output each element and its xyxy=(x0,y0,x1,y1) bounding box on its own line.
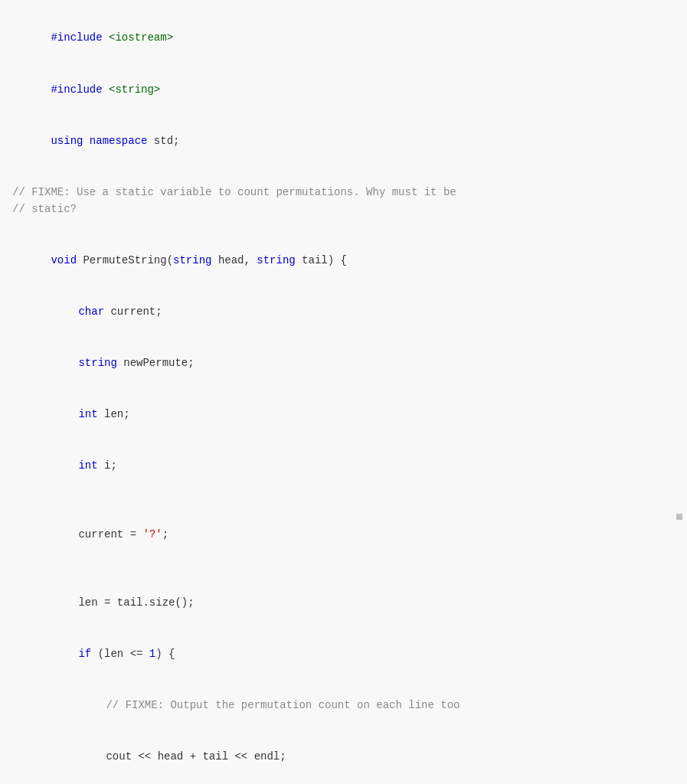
keyword-string: string xyxy=(78,357,116,369)
code-line-1: #include <iostream> xyxy=(0,12,687,64)
keyword-using: using xyxy=(51,135,83,147)
keyword-include: #include xyxy=(51,83,102,96)
code-line-14: current = '?'; xyxy=(0,508,687,560)
code-line-11: int len; xyxy=(0,389,687,440)
code-line-12: int i; xyxy=(0,440,687,492)
code-line-6: // static? xyxy=(0,201,687,217)
code-line-9: char current; xyxy=(0,286,687,337)
include-lib: <iostream> xyxy=(109,31,173,44)
keyword-void: void xyxy=(51,254,77,266)
keyword-int: int xyxy=(78,408,97,420)
keyword-namespace: namespace xyxy=(90,135,148,147)
include-lib: <string> xyxy=(109,83,160,96)
code-line-3: using namespace std; xyxy=(0,115,687,166)
code-line-13 xyxy=(0,492,687,508)
code-line-4 xyxy=(0,167,687,184)
code-line-10: string newPermute; xyxy=(0,338,687,389)
keyword-string: string xyxy=(173,254,211,266)
scroll-indicator xyxy=(676,514,682,520)
keyword-include: #include xyxy=(51,31,102,44)
code-line-19: cout << head + tail << endl; xyxy=(0,731,687,782)
code-line-17: if (len <= 1) { xyxy=(0,629,687,680)
code-line-15 xyxy=(0,560,687,577)
code-editor: #include <iostream> #include <string> us… xyxy=(0,0,687,784)
code-line-16: len = tail.size(); xyxy=(0,577,687,628)
keyword-int: int xyxy=(78,459,97,472)
code-line-2: #include <string> xyxy=(0,64,687,115)
keyword-if: if xyxy=(78,648,91,660)
keyword-char: char xyxy=(78,305,104,318)
code-line-5: // FIXME: Use a static variable to count… xyxy=(0,184,687,201)
code-line-18: // FIXME: Output the permutation count o… xyxy=(0,680,687,731)
code-line-8: void PermuteString(string head, string t… xyxy=(0,234,687,286)
string-literal: '?' xyxy=(142,528,162,541)
number-literal: 1 xyxy=(149,648,155,660)
code-line-7 xyxy=(0,217,687,234)
keyword-string: string xyxy=(257,254,295,266)
